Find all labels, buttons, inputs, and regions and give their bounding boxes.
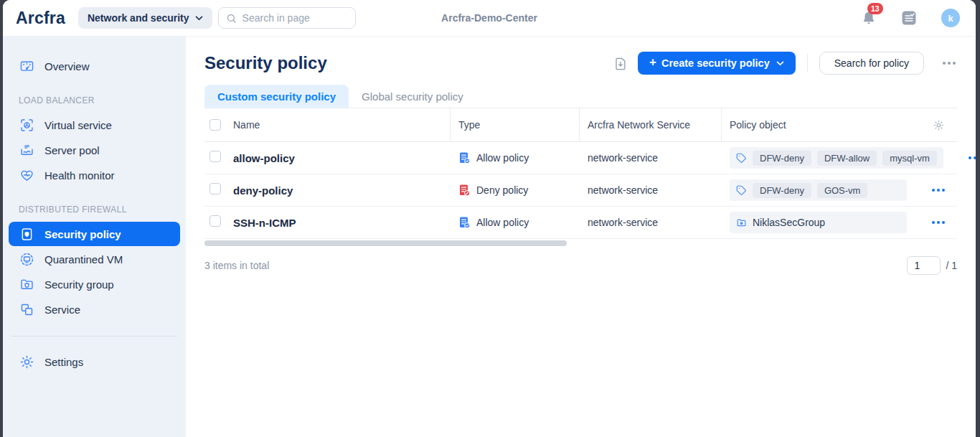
create-button-label: Create security policy (661, 57, 770, 69)
table-footer: 3 items in total / 1 (204, 256, 957, 275)
row-actions-button[interactable] (930, 185, 947, 195)
service-icon (19, 301, 34, 317)
policy-name[interactable]: SSH-n-ICMP (233, 217, 450, 229)
security-policy-icon (19, 226, 34, 242)
table-row[interactable]: deny-policy Deny policy network-service … (204, 174, 957, 207)
policy-object-box: DFW-deny GOS-vm (730, 179, 907, 201)
top-navbar: Arcfra Network and security Arcfra-Demo-… (3, 0, 976, 36)
sidebar-section-distributed-firewall: DISTRIBUTED FIREWALL (19, 205, 186, 215)
pagination: / 1 (907, 256, 957, 275)
cluster-title: Arcfra-Demo-Center (441, 12, 537, 24)
sidebar-item-service[interactable]: Service (9, 297, 180, 321)
row-actions-button[interactable] (966, 153, 976, 163)
sidebar-item-quarantined-vm[interactable]: Quarantined VM (9, 247, 180, 271)
sidebar-item-label: Service (44, 304, 80, 316)
page-number-input[interactable] (907, 256, 941, 275)
plus-icon: + (649, 55, 656, 70)
column-header-policy-object[interactable]: Policy object (721, 108, 920, 141)
more-actions-button[interactable] (941, 59, 957, 67)
table-header: Name Type Arcfra Network Service Policy … (204, 108, 957, 142)
notifications-button[interactable]: 13 (861, 10, 877, 26)
policy-type-label: Allow policy (476, 217, 529, 228)
security-group-icon (736, 217, 747, 228)
sidebar-item-overview[interactable]: Overview (9, 54, 180, 78)
column-header-name[interactable]: Name (233, 108, 450, 141)
main-content: Security policy + Create security policy… (186, 36, 976, 437)
sidebar-item-security-group[interactable]: Security group (9, 272, 180, 296)
search-input[interactable] (242, 12, 348, 24)
navbar-right: 13 k (861, 9, 960, 27)
health-monitor-icon (19, 167, 34, 183)
export-icon (614, 57, 626, 70)
toolbar-divider (807, 54, 808, 72)
page-total-text: / 1 (946, 260, 957, 271)
network-service-value: network-service (579, 217, 721, 228)
sidebar-item-label: Health monitor (44, 169, 115, 182)
horizontal-scrollbar-thumb[interactable] (204, 240, 567, 246)
sidebar-item-virtual-service[interactable]: Virtual service (9, 113, 180, 137)
tab-custom-security-policy[interactable]: Custom security policy (204, 85, 349, 108)
virtual-service-icon (19, 117, 34, 133)
row-actions-button[interactable] (930, 217, 947, 227)
sidebar-item-server-pool[interactable]: IP Server pool (9, 138, 180, 162)
sidebar-item-label: Overview (44, 60, 90, 72)
sidebar-item-label: Quarantined VM (44, 253, 123, 266)
policy-object-chip[interactable]: DFW-deny (753, 151, 811, 166)
app-switcher-dropdown[interactable]: Network and security (78, 7, 212, 29)
sidebar-item-health-monitor[interactable]: Health monitor (9, 163, 180, 187)
arcfra-logo[interactable]: Arcfra (16, 9, 65, 28)
table-row[interactable]: SSH-n-ICMP Allow policy network-service … (204, 207, 957, 239)
sidebar-item-settings[interactable]: Settings (9, 349, 180, 374)
server-pool-icon: IP (19, 142, 34, 158)
page-title: Security policy (204, 53, 327, 73)
page-search-box (218, 7, 356, 29)
svg-text:IP: IP (24, 144, 29, 150)
column-settings-button[interactable] (920, 108, 957, 141)
tab-bar: Custom security policy Global security p… (204, 85, 957, 108)
policy-object-chip[interactable]: DFW-allow (817, 151, 877, 166)
sidebar-section-load-balancer: LOAD BALANCER (19, 95, 186, 105)
tasks-button[interactable] (901, 10, 917, 26)
policy-object-name[interactable]: NiklasSecGroup (753, 217, 825, 228)
tag-icon (736, 153, 747, 164)
sidebar-divider (11, 336, 177, 337)
column-header-type[interactable]: Type (450, 108, 579, 141)
sidebar-item-label: Server pool (44, 144, 100, 156)
column-settings-gear-icon (933, 119, 945, 131)
sidebar-item-label: Security group (44, 278, 114, 291)
select-all-checkbox[interactable] (209, 119, 221, 131)
allow-policy-icon (458, 216, 471, 229)
row-checkbox[interactable] (209, 183, 221, 194)
user-avatar[interactable]: k (941, 9, 960, 27)
row-checkbox[interactable] (209, 151, 221, 162)
deny-policy-icon (458, 184, 471, 197)
items-total-text: 3 items in total (204, 260, 269, 271)
app-switcher-label: Network and security (88, 12, 189, 24)
export-button[interactable] (614, 57, 626, 70)
horizontal-scrollbar-track (204, 240, 957, 246)
network-service-value: network-service (579, 184, 721, 196)
column-header-network-service[interactable]: Arcfra Network Service (579, 108, 721, 141)
tab-global-security-policy[interactable]: Global security policy (349, 85, 476, 108)
policy-object-chip[interactable]: mysql-vm (882, 151, 937, 166)
network-service-value: network-service (579, 152, 721, 164)
row-checkbox[interactable] (209, 215, 221, 227)
tag-icon (736, 185, 747, 196)
sidebar-item-label: Settings (44, 356, 83, 368)
quarantined-vm-icon (19, 251, 34, 267)
allow-policy-icon (458, 151, 471, 164)
create-security-policy-button[interactable]: + Create security policy (638, 52, 796, 75)
app-window: Arcfra Network and security Arcfra-Demo-… (3, 0, 976, 437)
policy-object-chip[interactable]: GOS-vm (817, 183, 868, 198)
policy-name[interactable]: allow-policy (233, 152, 450, 164)
sidebar-item-security-policy[interactable]: Security policy (9, 222, 180, 246)
avatar-letter: k (948, 13, 953, 24)
task-list-icon (901, 10, 917, 26)
table-row[interactable]: allow-policy Allow policy network-servic… (204, 142, 957, 174)
notification-badge: 13 (867, 3, 883, 14)
chevron-down-icon (776, 61, 784, 66)
policy-name[interactable]: deny-policy (233, 184, 450, 197)
policy-object-chip[interactable]: DFW-deny (753, 183, 811, 198)
sidebar-item-label: Virtual service (44, 119, 112, 131)
search-for-policy-button[interactable]: Search for policy (819, 52, 924, 75)
